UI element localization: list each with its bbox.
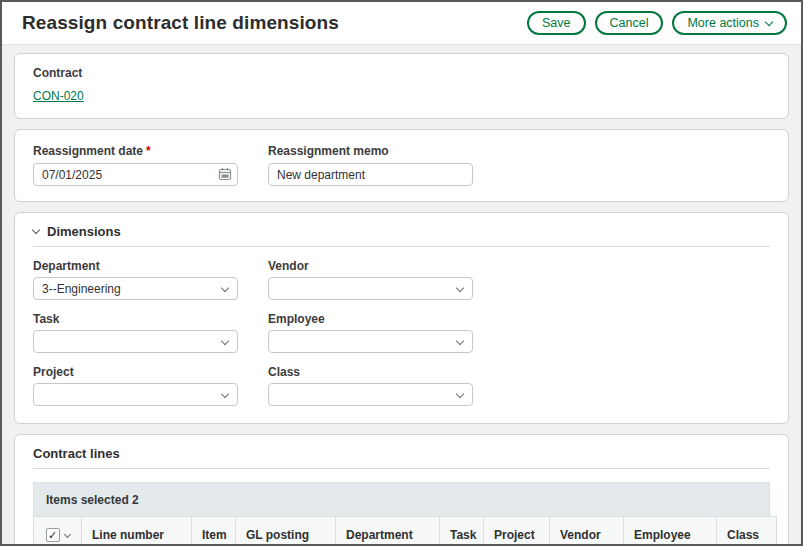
table-header-row: ✓ Line number Item GL posting Department…: [34, 517, 777, 546]
dimensions-section-header[interactable]: Dimensions: [33, 224, 770, 239]
reassignment-card: Reassignment date* Reassig: [14, 129, 789, 202]
more-actions-button-label: More actions: [687, 16, 759, 30]
column-header-vendor[interactable]: Vendor: [550, 517, 624, 546]
department-field: Department 3--Engineering: [33, 256, 238, 300]
column-header-item[interactable]: Item: [192, 517, 236, 546]
project-label: Project: [33, 365, 74, 379]
column-header-employee[interactable]: Employee: [624, 517, 717, 546]
contract-lines-title: Contract lines: [33, 446, 120, 461]
reassignment-memo-label: Reassignment memo: [268, 144, 389, 158]
select-all-checkbox[interactable]: ✓: [46, 528, 60, 542]
chevron-down-icon: [456, 390, 464, 398]
class-field: Class: [268, 362, 473, 406]
more-actions-button[interactable]: More actions: [672, 11, 787, 35]
column-header-class[interactable]: Class: [717, 517, 777, 546]
chevron-down-icon: [221, 390, 229, 398]
reassignment-date-label: Reassignment date: [33, 144, 143, 158]
save-button-label: Save: [542, 16, 571, 30]
contract-lines-card: Contract lines Items selected 2: [14, 434, 789, 546]
app-window: Reassign contract line dimensions Save C…: [0, 0, 803, 546]
reassignment-memo-input[interactable]: [268, 163, 473, 186]
column-header-project[interactable]: Project: [484, 517, 550, 546]
task-field: Task: [33, 309, 238, 353]
cancel-button[interactable]: Cancel: [595, 11, 664, 35]
project-select[interactable]: [33, 383, 238, 406]
contract-label: Contract: [33, 66, 770, 80]
chevron-down-icon[interactable]: [63, 531, 70, 538]
divider: [33, 468, 770, 469]
contract-lines-table: ✓ Line number Item GL posting Department…: [33, 516, 777, 546]
contract-link[interactable]: CON-020: [33, 89, 84, 103]
chevron-down-icon: [221, 284, 229, 292]
dimensions-title: Dimensions: [47, 224, 121, 239]
project-field: Project: [33, 362, 238, 406]
class-select[interactable]: [268, 383, 473, 406]
calendar-icon[interactable]: [218, 167, 232, 181]
reassignment-memo-group: Reassignment memo: [268, 141, 473, 186]
required-asterisk: *: [146, 144, 151, 158]
employee-select[interactable]: [268, 330, 473, 353]
save-button[interactable]: Save: [527, 11, 586, 35]
chevron-down-icon: [456, 337, 464, 345]
column-header-task[interactable]: Task: [440, 517, 484, 546]
reassignment-date-group: Reassignment date*: [33, 141, 238, 186]
department-label: Department: [33, 259, 100, 273]
employee-field: Employee: [268, 309, 473, 353]
contract-card: Contract CON-020: [14, 53, 789, 119]
class-label: Class: [268, 365, 300, 379]
page-header: Reassign contract line dimensions Save C…: [2, 2, 801, 45]
chevron-down-icon: [221, 337, 229, 345]
cancel-button-label: Cancel: [610, 16, 649, 30]
chevron-down-icon: [765, 17, 773, 25]
vendor-field: Vendor: [268, 256, 473, 300]
items-selected-text: Items selected 2: [46, 493, 139, 507]
employee-label: Employee: [268, 312, 325, 326]
page-title: Reassign contract line dimensions: [22, 12, 518, 34]
collapse-chevron-icon: [32, 226, 40, 234]
page-content: Contract CON-020 Reassignment date*: [2, 45, 801, 546]
vendor-select[interactable]: [268, 277, 473, 300]
task-label: Task: [33, 312, 59, 326]
department-select[interactable]: 3--Engineering: [33, 277, 238, 300]
task-select[interactable]: [33, 330, 238, 353]
column-header-department[interactable]: Department: [336, 517, 440, 546]
vendor-label: Vendor: [268, 259, 309, 273]
dimensions-grid: Department 3--Engineering Vendor Task: [33, 247, 513, 406]
column-header-gl-posting[interactable]: GL posting: [236, 517, 336, 546]
column-header-line-number[interactable]: Line number: [82, 517, 192, 546]
chevron-down-icon: [456, 284, 464, 292]
department-select-value: 3--Engineering: [42, 282, 121, 296]
reassignment-date-input[interactable]: [33, 163, 238, 186]
items-selected-bar: Items selected 2: [33, 482, 770, 516]
dimensions-card: Dimensions Department 3--Engineering Ven…: [14, 212, 789, 424]
